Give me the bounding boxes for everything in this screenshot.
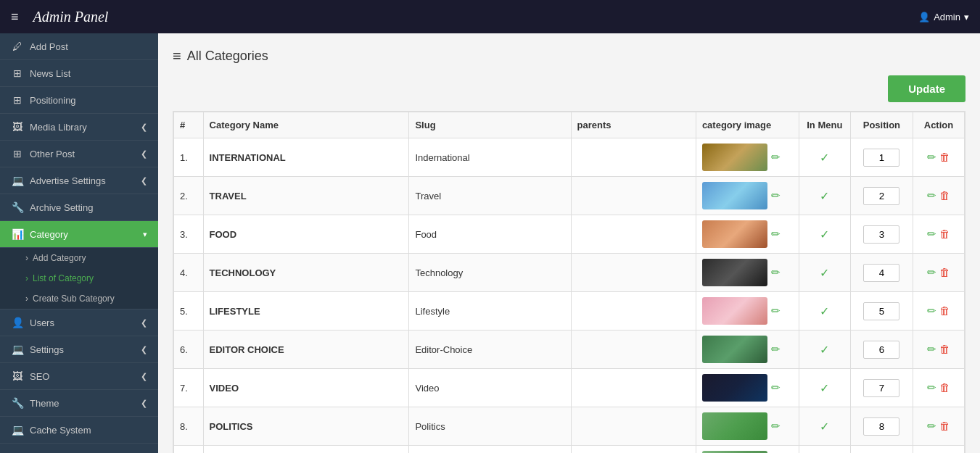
sidebar-item-add-post[interactable]: 🖊 Add Post (0, 33, 158, 60)
sidebar-label-create-sub: Create Sub Category (33, 294, 115, 304)
sidebar-item-list-of-category[interactable]: › List of Category (0, 268, 158, 288)
cell-image: ✏ (696, 254, 799, 292)
sidebar-item-theme[interactable]: 🔧 Theme ❮ (0, 390, 158, 417)
header-parents: parents (571, 112, 696, 138)
table-row: 5. LIFESTYLE Lifestyle ✏ ✓ ✏ 🗑 (174, 292, 965, 331)
header-slug: Slug (409, 112, 571, 138)
table-row: 4. TECHNOLOGY Technology ✏ ✓ ✏ 🗑 (174, 254, 965, 292)
create-sub-arrow: › (25, 294, 28, 304)
cell-image: ✏ (696, 292, 799, 331)
advertise-icon: 💻 (11, 175, 24, 186)
position-input[interactable] (863, 187, 899, 205)
sidebar-label-news-list: News List (30, 68, 70, 79)
cell-name: INTERNATIONAL (203, 138, 409, 177)
image-edit-icon[interactable]: ✏ (771, 420, 781, 433)
cell-parents (571, 177, 696, 215)
in-menu-check-icon: ✓ (820, 151, 829, 164)
edit-icon[interactable]: ✏ (927, 266, 936, 278)
image-edit-icon[interactable]: ✏ (771, 266, 781, 279)
sidebar-label-cache: Cache System (30, 425, 91, 436)
cell-num: 4. (174, 254, 204, 292)
table-row: 2. TRAVEL Travel ✏ ✓ ✏ 🗑 (174, 177, 965, 215)
header-menu: In Menu (799, 112, 850, 138)
cell-name: LIFESTYLE (203, 292, 409, 331)
in-menu-check-icon: ✓ (820, 228, 829, 241)
sidebar-item-advertise-settings[interactable]: 💻 Advertise Settings ❮ (0, 167, 158, 194)
sidebar-label-category: Category (30, 229, 68, 240)
sidebar-item-users[interactable]: 👤 Users ❮ (0, 309, 158, 336)
cell-image: ✏ (696, 407, 799, 446)
position-input[interactable] (863, 225, 899, 244)
image-edit-icon[interactable]: ✏ (771, 151, 781, 164)
navbar-left: ≡ Admin Panel (11, 9, 108, 25)
delete-icon[interactable]: 🗑 (939, 420, 950, 432)
news-list-icon: ⊞ (11, 67, 24, 79)
image-cell: ✏ (702, 336, 793, 363)
sidebar-toggle-icon[interactable]: ≡ (11, 9, 19, 25)
edit-icon[interactable]: ✏ (927, 304, 936, 317)
cell-name: TECHNOLOGY (203, 254, 409, 292)
category-image-thumbnail (702, 374, 767, 402)
update-button[interactable]: Update (888, 75, 965, 102)
category-icon: 📊 (11, 228, 24, 240)
sidebar-item-positioning[interactable]: ⊞ Positioning (0, 87, 158, 114)
category-image-thumbnail (702, 297, 767, 325)
sidebar-item-add-category[interactable]: › Add Category (0, 248, 158, 268)
edit-icon[interactable]: ✏ (927, 420, 936, 432)
delete-icon[interactable]: 🗑 (939, 266, 950, 278)
sidebar-item-category[interactable]: 📊 Category ▾ (0, 221, 158, 248)
position-input[interactable] (863, 417, 899, 436)
cell-parents (571, 292, 696, 331)
cell-name: VIDEO (203, 369, 409, 407)
sidebar-item-cache-system[interactable]: 💻 Cache System (0, 417, 158, 444)
position-input[interactable] (863, 302, 899, 320)
position-input[interactable] (863, 341, 899, 359)
sidebar-item-create-sub-category[interactable]: › Create Sub Category (0, 288, 158, 309)
edit-icon[interactable]: ✏ (927, 343, 936, 355)
delete-icon[interactable]: 🗑 (939, 343, 950, 355)
cell-parents (571, 407, 696, 446)
edit-icon[interactable]: ✏ (927, 381, 936, 394)
sidebar-label-add-post: Add Post (30, 41, 68, 52)
seo-icon: 🖼 (11, 370, 24, 382)
edit-icon[interactable]: ✏ (927, 189, 936, 201)
sidebar-item-other-post[interactable]: ⊞ Other Post ❮ (0, 141, 158, 167)
cell-in-menu: ✓ (799, 446, 850, 454)
cell-parents (571, 215, 696, 254)
image-edit-icon[interactable]: ✏ (771, 304, 781, 317)
image-edit-icon[interactable]: ✏ (771, 228, 781, 241)
sidebar-item-news-list[interactable]: ⊞ News List (0, 60, 158, 87)
sidebar-item-archive-setting[interactable]: 🔧 Archive Setting (0, 194, 158, 221)
cell-position (850, 331, 913, 369)
category-image-thumbnail (702, 220, 767, 248)
edit-icon[interactable]: ✏ (927, 228, 936, 240)
sidebar-item-settings[interactable]: 💻 Settings ❮ (0, 336, 158, 363)
category-image-thumbnail (702, 182, 767, 209)
image-cell: ✏ (702, 259, 793, 286)
position-input[interactable] (863, 379, 899, 397)
cell-in-menu: ✓ (799, 254, 850, 292)
top-bar: Update (173, 75, 965, 102)
cache-icon: 💻 (11, 424, 24, 436)
delete-icon[interactable]: 🗑 (939, 189, 950, 201)
header-num: # (174, 112, 204, 138)
delete-icon[interactable]: 🗑 (939, 304, 950, 317)
admin-menu[interactable]: 👤 Admin ▾ (918, 12, 969, 22)
image-edit-icon[interactable]: ✏ (771, 189, 781, 202)
position-input[interactable] (863, 149, 899, 167)
category-image-thumbnail (702, 259, 767, 286)
navbar: ≡ Admin Panel 👤 Admin ▾ (0, 0, 980, 33)
delete-icon[interactable]: 🗑 (939, 228, 950, 240)
cell-position (850, 215, 913, 254)
sidebar-item-media-library[interactable]: 🖼 Media Library ❮ (0, 114, 158, 141)
position-input[interactable] (863, 264, 899, 282)
edit-icon[interactable]: ✏ (927, 151, 936, 163)
image-edit-icon[interactable]: ✏ (771, 343, 781, 356)
media-library-arrow: ❮ (141, 122, 147, 132)
delete-icon[interactable]: 🗑 (939, 151, 950, 163)
sidebar-item-seo[interactable]: 🖼 SEO ❮ (0, 363, 158, 390)
image-edit-icon[interactable]: ✏ (771, 381, 781, 394)
in-menu-check-icon: ✓ (820, 267, 829, 279)
delete-icon[interactable]: 🗑 (939, 381, 950, 394)
archive-icon: 🔧 (11, 201, 24, 213)
